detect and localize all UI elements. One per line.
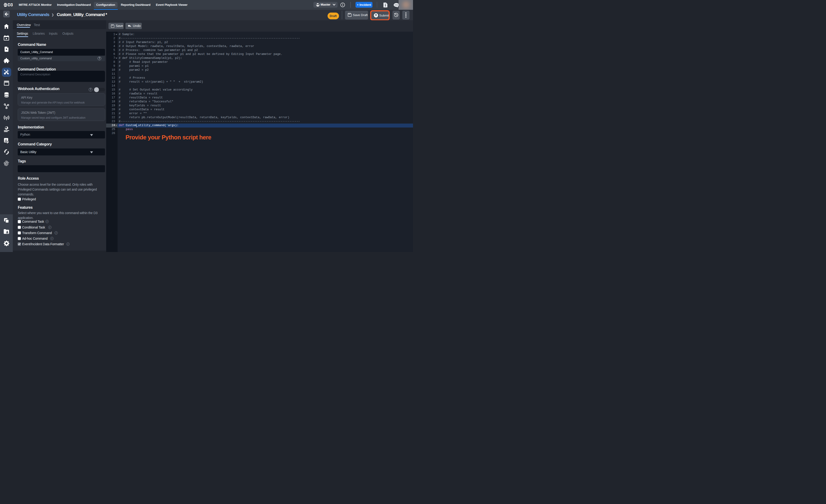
- svg-text:D3: D3: [8, 3, 13, 7]
